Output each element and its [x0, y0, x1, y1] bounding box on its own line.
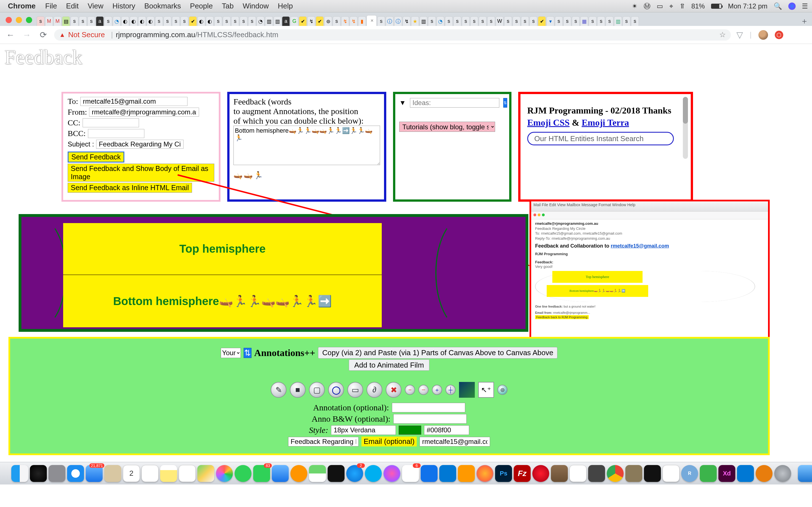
- tab[interactable]: ⓘ: [394, 16, 402, 26]
- tab[interactable]: ◔: [113, 16, 121, 26]
- dock-rstudio-icon[interactable]: R: [681, 465, 698, 482]
- annotation-email-input[interactable]: [419, 437, 490, 446]
- tab[interactable]: s: [70, 16, 79, 26]
- tab[interactable]: ▥: [273, 16, 282, 26]
- screencast-icon[interactable]: ▭: [657, 2, 663, 10]
- tab[interactable]: s: [606, 16, 613, 26]
- add-animated-film-button[interactable]: Add to Animated Film: [349, 359, 429, 371]
- tutorials-select[interactable]: Tutorials (show blog, toggle sor: [399, 122, 495, 132]
- tab[interactable]: ▦: [580, 16, 588, 26]
- dock-amazon-icon[interactable]: [458, 465, 475, 482]
- style-input[interactable]: [331, 425, 396, 435]
- tab[interactable]: s: [622, 16, 630, 26]
- dock-downloads-icon[interactable]: [798, 465, 812, 482]
- tab[interactable]: ▤: [62, 16, 70, 26]
- tab[interactable]: s: [563, 16, 571, 26]
- wifi-icon[interactable]: ⥣: [679, 2, 685, 10]
- image-thumbnail-tool[interactable]: [459, 382, 475, 398]
- dock-xcode-icon[interactable]: [421, 465, 438, 482]
- dock-appstore-icon[interactable]: [346, 465, 363, 482]
- tab[interactable]: s: [181, 16, 188, 26]
- tab[interactable]: s: [487, 16, 495, 26]
- tab[interactable]: s: [231, 16, 239, 26]
- dock-firefox-icon[interactable]: [476, 465, 493, 482]
- menu-tab[interactable]: Tab: [222, 2, 234, 10]
- battery-icon[interactable]: [711, 4, 722, 9]
- minus-red-icon[interactable]: −: [405, 385, 415, 395]
- tab[interactable]: s: [470, 16, 478, 26]
- dock-preview-icon[interactable]: [569, 465, 587, 482]
- dock-sysprefs-icon[interactable]: [774, 465, 791, 482]
- dock-skype-icon[interactable]: [365, 465, 382, 482]
- dock-xd-icon[interactable]: Xd: [718, 465, 735, 482]
- feedback-textarea[interactable]: Bottom hemisphere🛶🏃🏃🛶🛶🏃🏃➡️🏃🏃🛶🏃: [234, 126, 380, 165]
- tab[interactable]: s: [631, 16, 639, 26]
- dock-app-icon[interactable]: [588, 465, 605, 482]
- tab-close-icon[interactable]: ×: [370, 18, 373, 24]
- menu-help[interactable]: Help: [278, 2, 293, 10]
- dock-textedit-icon[interactable]: [663, 465, 679, 482]
- window-close-button[interactable]: [6, 17, 12, 23]
- tab[interactable]: ◔: [437, 16, 444, 26]
- color-swatch[interactable]: [399, 426, 421, 435]
- menu-window[interactable]: Window: [243, 2, 269, 10]
- cc-input[interactable]: [83, 118, 139, 127]
- circle-tool-icon[interactable]: ◯: [328, 382, 344, 398]
- tab[interactable]: s: [155, 16, 163, 26]
- tab[interactable]: s: [529, 16, 538, 26]
- tab[interactable]: ★: [411, 16, 419, 26]
- tab[interactable]: s: [555, 16, 563, 26]
- address-bar[interactable]: ▲ Not Secure | rjmprogramming.com.au /HT…: [54, 29, 731, 41]
- emoji-css-link[interactable]: Emoji CSS: [527, 117, 569, 128]
- tab[interactable]: ▮: [358, 16, 366, 26]
- dock-photos-icon[interactable]: [216, 465, 233, 482]
- dock-messages-icon[interactable]: [235, 465, 252, 482]
- dock-launchpad-icon[interactable]: [49, 465, 65, 482]
- tab[interactable]: s: [172, 16, 180, 26]
- color-hex-input[interactable]: [424, 425, 469, 435]
- tab[interactable]: s: [445, 16, 453, 26]
- profile-avatar[interactable]: [758, 30, 768, 40]
- dock-mail-icon[interactable]: [86, 465, 103, 482]
- tab[interactable]: s: [597, 16, 605, 26]
- annotation-input[interactable]: [392, 403, 465, 412]
- tab[interactable]: ◐: [147, 16, 154, 26]
- tab[interactable]: ◔: [257, 16, 264, 26]
- dock-terminal-icon[interactable]: [644, 465, 661, 482]
- tab[interactable]: s: [521, 16, 529, 26]
- tab[interactable]: a: [282, 16, 290, 26]
- plus-dotted-icon[interactable]: ┼: [446, 385, 456, 395]
- tab[interactable]: s: [240, 16, 248, 26]
- tab[interactable]: s: [214, 16, 222, 26]
- tab[interactable]: s: [513, 16, 520, 26]
- dock-slack-icon[interactable]: [402, 465, 419, 482]
- dock-contacts-icon[interactable]: [104, 465, 121, 482]
- tab[interactable]: s: [428, 16, 436, 26]
- tab[interactable]: M: [54, 16, 61, 26]
- tab[interactable]: ✔: [189, 16, 197, 26]
- tab[interactable]: ▥: [265, 16, 273, 26]
- send-feedback-image-button[interactable]: Send Feedback and Show Body of Email as …: [68, 164, 214, 182]
- cursor-tool-icon[interactable]: ↖⁺: [478, 382, 494, 398]
- dock-safari-icon[interactable]: [67, 465, 84, 482]
- dock-ibooks-icon[interactable]: [290, 465, 307, 482]
- dock-itunes-icon[interactable]: [384, 465, 400, 482]
- dock-blender-icon[interactable]: [756, 465, 772, 482]
- tab[interactable]: ⊚: [324, 16, 332, 26]
- tab[interactable]: ◐: [206, 16, 214, 26]
- minus-dotted-icon[interactable]: ┄: [418, 385, 428, 395]
- menu-bookmarks[interactable]: Bookmarks: [144, 2, 181, 10]
- tab[interactable]: s: [479, 16, 487, 26]
- tab[interactable]: s: [377, 16, 385, 26]
- emoji-terra-link[interactable]: Emoji Terra: [581, 117, 629, 128]
- to-input[interactable]: [80, 97, 188, 106]
- bcc-input[interactable]: [88, 129, 144, 138]
- dock-stocks-icon[interactable]: [327, 465, 345, 482]
- emoji-search-input[interactable]: Our HTML Entities Instant Search: [527, 132, 674, 145]
- ideas-input[interactable]: [410, 98, 499, 108]
- menu-edit[interactable]: Edit: [66, 2, 79, 10]
- tab[interactable]: ↯: [341, 16, 349, 26]
- nav-back-button[interactable]: ←: [5, 30, 16, 40]
- dock-finder-icon[interactable]: [11, 465, 28, 482]
- filled-square-tool-icon[interactable]: ■: [290, 382, 306, 398]
